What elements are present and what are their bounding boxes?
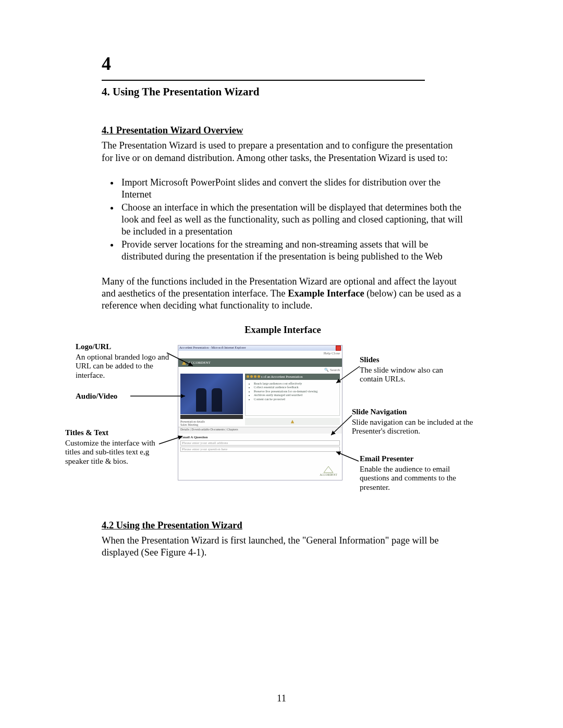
list-item: Collect essential audience feedback <box>254 386 336 390</box>
video-frame <box>180 374 243 414</box>
video-controls <box>180 415 243 419</box>
logo-icon <box>181 360 187 365</box>
annotated-figure: Logo/URL An optional branded logo and UR… <box>63 342 495 499</box>
list-item: Preserve live presentations for on-deman… <box>254 390 336 394</box>
question-input: Please enter your question here <box>180 447 340 452</box>
chapter-number: 4 <box>102 52 464 76</box>
post-bullet-paragraph: Many of the functions included in the Pr… <box>102 276 464 312</box>
logo-icon <box>290 419 295 424</box>
callout-text: The slide window also can contain URLs. <box>360 366 464 384</box>
corner-logo-text: ACCORDENT <box>320 473 337 477</box>
svg-marker-1 <box>291 420 294 423</box>
callout-title: Titles & Text <box>65 428 167 438</box>
callout-title: Email Presenter <box>360 454 474 464</box>
close-icon <box>336 346 341 351</box>
slide-footer <box>245 418 340 425</box>
callout-title: Logo/URL <box>76 342 177 352</box>
intro-paragraph: The Presentation Wizard is used to prepa… <box>102 140 464 164</box>
video-meta: Presentation details Sales Meeting <box>180 420 243 427</box>
document-page: 4 4. Using The Presentation Wizard 4.1 P… <box>0 0 563 728</box>
list-item: Choose an interface in which the present… <box>119 202 464 238</box>
page-number: 11 <box>0 693 563 705</box>
list-item: Reach large audiences cost-effectively <box>254 382 336 386</box>
callout-title: Slide Navigation <box>352 408 498 417</box>
figure-caption: Example Interface <box>102 324 464 336</box>
svg-marker-0 <box>182 361 186 365</box>
callout-title: Slides <box>360 355 464 365</box>
subsection-4-1-title: 4.1 Presentation Wizard Overview <box>102 125 464 137</box>
callout-text: Customize the interface with titles and … <box>65 439 167 466</box>
text: Presentation details <box>180 420 243 424</box>
search-bar: 🔍 Search <box>178 367 342 374</box>
list-item: Archives easily managed and searched <box>254 393 336 398</box>
window-title: Accordent Presentation - Microsoft Inter… <box>179 346 246 350</box>
section-title: 4. Using The Presentation Wizard <box>102 85 464 98</box>
section-rule <box>102 80 425 81</box>
subsection-4-2-title: 4.2 Using the Presentation Wizard <box>102 520 464 532</box>
slide-panel: s of an Accordent Presentation Reach lar… <box>245 374 340 427</box>
svg-marker-2 <box>324 466 333 473</box>
slide-title: s of an Accordent Presentation <box>261 375 302 379</box>
callout-titles-text: Titles & Text Customize the interface wi… <box>65 428 167 466</box>
section-4-2-paragraph: When the Presentation Wizard is first la… <box>102 535 464 559</box>
list-item: Content can be protected <box>254 398 336 402</box>
callout-logo-url: Logo/URL An optional branded logo and UR… <box>76 342 177 380</box>
video-panel: Presentation details Sales Meeting <box>180 374 243 427</box>
brand-name: ACCORDENT <box>188 361 211 365</box>
text: Sales Meeting <box>180 423 243 427</box>
callout-text: An optional branded logo and URL can be … <box>76 353 177 380</box>
callout-title: Audio/Video <box>76 392 177 401</box>
callout-text: Slide navigation can be included at the … <box>352 418 498 436</box>
callout-audio-video: Audio/Video <box>76 392 177 402</box>
search-label: Search <box>330 368 340 372</box>
callout-slides: Slides The slide window also can contain… <box>360 355 464 384</box>
callout-slide-navigation: Slide Navigation Slide navigation can be… <box>352 408 498 436</box>
example-interface-bold: Example Interface <box>288 288 364 299</box>
slide-content: Reach large audiences cost-effectively C… <box>245 380 340 416</box>
list-item: Provide server locations for the streami… <box>119 239 464 263</box>
email-question-panel: Email A Question Please enter your email… <box>178 434 342 454</box>
feature-bullet-list: Import Microsoft PowerPoint slides and c… <box>102 177 464 263</box>
callout-text: Enable the audience to email questions a… <box>360 465 474 492</box>
window-toolbar: Help Close <box>178 351 342 359</box>
callout-email-presenter: Email Presenter Enable the audience to e… <box>360 454 474 492</box>
email-address-input: Please enter your email address <box>180 440 340 446</box>
email-question-label: Email A Question <box>180 435 340 440</box>
brand-bar: ACCORDENT <box>178 359 342 367</box>
corner-logo: ACCORDENT <box>317 464 340 478</box>
details-tabs: Details | Downloadable Documents | Chapt… <box>178 427 342 434</box>
example-interface-screenshot: Accordent Presentation - Microsoft Inter… <box>178 345 342 480</box>
list-item: Import Microsoft PowerPoint slides and c… <box>119 177 464 201</box>
